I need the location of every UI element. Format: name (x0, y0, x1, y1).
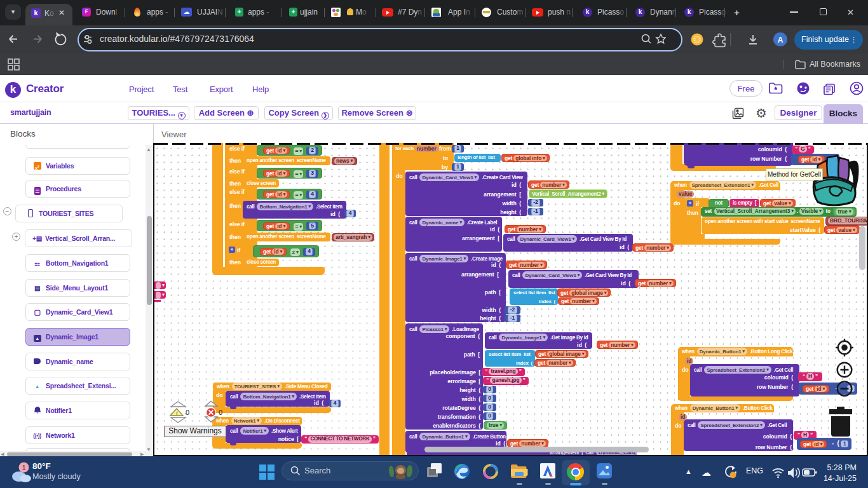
svg-text:0: 0 (219, 409, 222, 416)
svg-text:0: 0 (186, 409, 189, 416)
svg-text:1: 1 (22, 464, 25, 471)
svg-text:A: A (778, 36, 783, 44)
svg-text:!: ! (176, 410, 178, 416)
